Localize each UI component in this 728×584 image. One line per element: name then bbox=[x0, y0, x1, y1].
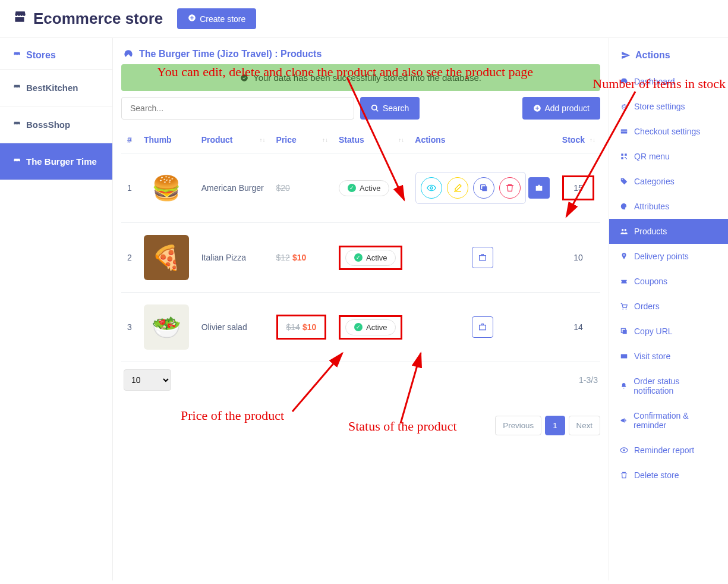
col-product[interactable]: Product↑↓ bbox=[196, 127, 270, 153]
edit-icon bbox=[453, 183, 462, 193]
eye-icon bbox=[620, 446, 628, 454]
table-row: 3🥗Olivier salad$14$10✓Active14 bbox=[121, 293, 600, 362]
col-stock[interactable]: Stock↑↓ bbox=[556, 127, 600, 153]
status-badge: ✓Active bbox=[345, 250, 396, 266]
action-item-confirmation-reminder[interactable]: Confirmation & reminder bbox=[609, 403, 728, 438]
action-item-reminder-report[interactable]: Reminder report bbox=[609, 438, 728, 463]
action-item-copy-url[interactable]: Copy URL bbox=[609, 319, 728, 344]
col-price[interactable]: Price↑↓ bbox=[270, 127, 333, 153]
action-item-coupons[interactable]: Coupons bbox=[609, 269, 728, 294]
cell-thumb: 🥗 bbox=[138, 293, 196, 362]
svg-rect-20 bbox=[626, 158, 627, 159]
brand-label: Ecommerce store bbox=[33, 10, 163, 28]
bullhorn-icon bbox=[620, 416, 628, 425]
gear-icon bbox=[620, 102, 628, 111]
svg-point-22 bbox=[622, 229, 624, 231]
highlight-box: 15 bbox=[562, 175, 594, 200]
edit-button[interactable] bbox=[447, 177, 468, 199]
action-item-products[interactable]: Products bbox=[609, 219, 728, 244]
add-product-button[interactable]: Add product bbox=[522, 97, 601, 120]
view-button[interactable] bbox=[421, 177, 442, 199]
search-icon bbox=[371, 104, 379, 112]
store-item-bestkitchen[interactable]: BestKitchen bbox=[0, 70, 112, 106]
col-status[interactable]: Status↑↓ bbox=[333, 127, 409, 153]
pin-icon bbox=[620, 252, 628, 260]
cell-actions bbox=[409, 293, 556, 362]
palette-icon bbox=[620, 202, 628, 211]
trash-icon bbox=[620, 471, 628, 479]
check-circle-icon bbox=[240, 74, 248, 82]
cell-stock: 14 bbox=[556, 293, 600, 362]
card-icon bbox=[620, 127, 628, 136]
sidebar-left: Stores BestKitchenBossShopThe Burger Tim… bbox=[0, 38, 113, 580]
copy-icon bbox=[620, 327, 628, 335]
briefcase-button[interactable] bbox=[528, 177, 550, 199]
page-1-button[interactable]: 1 bbox=[545, 416, 565, 435]
prev-button[interactable]: Previous bbox=[495, 416, 541, 435]
cell-stock: 10 bbox=[556, 223, 600, 293]
action-item-checkout-settings[interactable]: Checkout settings bbox=[609, 119, 728, 144]
pagination: Previous 1 Next bbox=[121, 416, 600, 435]
cart-icon bbox=[620, 302, 628, 310]
col-num[interactable]: #↑↓ bbox=[121, 127, 138, 153]
briefcase-button[interactable] bbox=[472, 247, 493, 268]
svg-point-23 bbox=[625, 229, 627, 231]
check-icon: ✓ bbox=[348, 184, 356, 192]
action-item-order-status-notification[interactable]: Order status notification bbox=[609, 369, 728, 403]
svg-point-25 bbox=[622, 309, 623, 310]
page-title: The Burger Time (Jizo Travel) : Products bbox=[121, 49, 600, 59]
clone-button[interactable] bbox=[473, 177, 494, 199]
cell-price: $14$10 bbox=[270, 293, 333, 362]
action-item-dashboard[interactable]: Dashboard bbox=[609, 69, 728, 94]
svg-rect-17 bbox=[625, 153, 627, 156]
search-button[interactable]: Search bbox=[360, 97, 420, 120]
action-item-categories[interactable]: Categories bbox=[609, 169, 728, 194]
actions-title: Actions bbox=[609, 38, 728, 69]
copy-icon bbox=[479, 183, 489, 193]
action-item-store-settings[interactable]: Store settings bbox=[609, 94, 728, 119]
next-button[interactable]: Next bbox=[569, 416, 600, 435]
cell-num: 2 bbox=[121, 223, 138, 293]
svg-rect-27 bbox=[623, 330, 627, 334]
success-alert: Your data has been successfully stored i… bbox=[121, 64, 600, 91]
delete-button[interactable] bbox=[499, 177, 521, 199]
tag-icon bbox=[620, 177, 628, 186]
cell-thumb: 🍕 bbox=[138, 223, 196, 293]
cell-product: Olivier salad bbox=[196, 293, 270, 362]
page-size-select[interactable]: 10 bbox=[124, 369, 171, 391]
cell-thumb: 🍔 bbox=[138, 153, 196, 223]
svg-rect-19 bbox=[625, 157, 626, 158]
price-new: $10 bbox=[302, 322, 316, 332]
ticket-icon bbox=[620, 277, 628, 285]
svg-rect-9 bbox=[480, 256, 486, 260]
cell-product: Italian Pizza bbox=[196, 223, 270, 293]
action-item-visit-store[interactable]: Visit store bbox=[609, 344, 728, 369]
range-label: 1-3/3 bbox=[579, 375, 598, 385]
status-badge: ✓Active bbox=[339, 180, 389, 196]
cell-stock: 15 bbox=[556, 153, 600, 223]
svg-line-4 bbox=[376, 109, 379, 112]
trash-icon bbox=[505, 183, 515, 193]
store-icon bbox=[12, 120, 21, 130]
plus-circle-icon bbox=[533, 104, 541, 112]
svg-point-30 bbox=[623, 449, 625, 451]
qr-icon bbox=[620, 152, 628, 161]
dashboard-icon bbox=[124, 49, 133, 59]
product-thumb: 🍔 bbox=[144, 165, 189, 211]
create-store-button[interactable]: Create store bbox=[177, 8, 256, 29]
sidebar-right: Number of items in stock Actions Dashboa… bbox=[609, 38, 728, 580]
briefcase-button[interactable] bbox=[472, 316, 493, 338]
action-item-orders[interactable]: Orders bbox=[609, 294, 728, 319]
action-item-delivery-points[interactable]: Delivery points bbox=[609, 244, 728, 269]
action-item-delete-store[interactable]: Delete store bbox=[609, 463, 728, 488]
store-item-bossshop[interactable]: BossShop bbox=[0, 106, 112, 143]
action-item-qr-menu[interactable]: QR menu bbox=[609, 144, 728, 169]
svg-rect-16 bbox=[621, 153, 623, 156]
stores-title: Stores bbox=[0, 38, 112, 70]
search-input[interactable] bbox=[121, 97, 354, 120]
action-item-attributes[interactable]: Attributes bbox=[609, 194, 728, 219]
price-old: $14 bbox=[286, 322, 300, 332]
svg-point-3 bbox=[372, 105, 377, 110]
card2-icon bbox=[620, 352, 628, 360]
store-item-the-burger-time[interactable]: The Burger Time bbox=[0, 143, 112, 180]
